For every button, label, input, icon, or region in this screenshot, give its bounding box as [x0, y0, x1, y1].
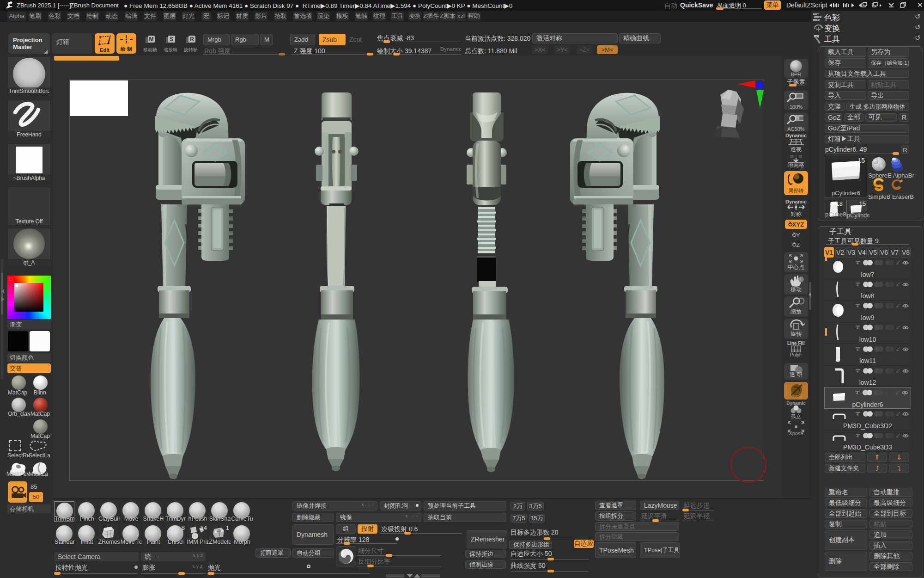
svg-text:M: M	[149, 36, 154, 43]
svg-text:R: R	[190, 36, 194, 43]
svg-text:S: S	[170, 36, 173, 43]
